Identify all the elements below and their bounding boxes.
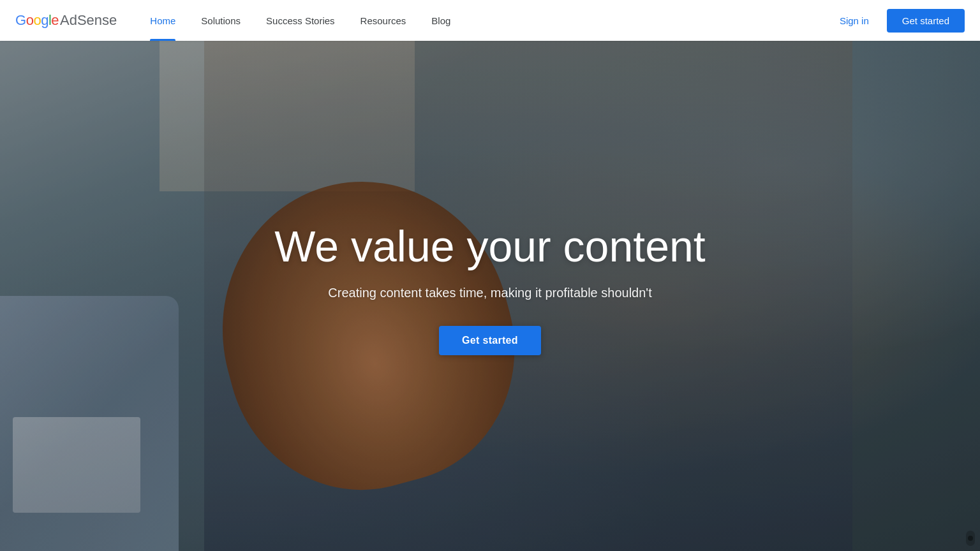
logo-letter-e: e — [51, 12, 59, 28]
logo-letter-o2: o — [33, 12, 41, 28]
nav-success-stories[interactable]: Success Stories — [253, 0, 348, 41]
hero-content: We value your content Creating content t… — [235, 223, 745, 355]
hero-subtitle: Creating content takes time, making it p… — [235, 286, 745, 300]
logo[interactable]: Google AdSense — [15, 12, 117, 29]
scrollbar[interactable] — [966, 531, 975, 546]
logo-letter-g2: g — [41, 12, 48, 28]
navbar: Google AdSense Home Solutions Success St… — [0, 0, 980, 41]
nav-solutions[interactable]: Solutions — [188, 0, 253, 41]
logo-letter-g: G — [15, 12, 26, 28]
nav-resources[interactable]: Resources — [348, 0, 419, 41]
nav-blog[interactable]: Blog — [419, 0, 463, 41]
logo-letter-o1: o — [26, 12, 34, 28]
adsense-wordmark: AdSense — [60, 12, 117, 29]
hero-title: We value your content — [235, 223, 745, 270]
nav-right-actions: Sign in Get started — [832, 9, 965, 33]
hero-cta-button[interactable]: Get started — [439, 326, 541, 355]
scroll-thumb — [968, 536, 973, 541]
nav-home[interactable]: Home — [137, 0, 188, 41]
sign-in-button[interactable]: Sign in — [832, 10, 877, 31]
google-wordmark: Google — [15, 12, 59, 29]
get-started-nav-button[interactable]: Get started — [887, 9, 965, 33]
nav-links: Home Solutions Success Stories Resources… — [137, 0, 832, 41]
hero-section: We value your content Creating content t… — [0, 0, 980, 551]
